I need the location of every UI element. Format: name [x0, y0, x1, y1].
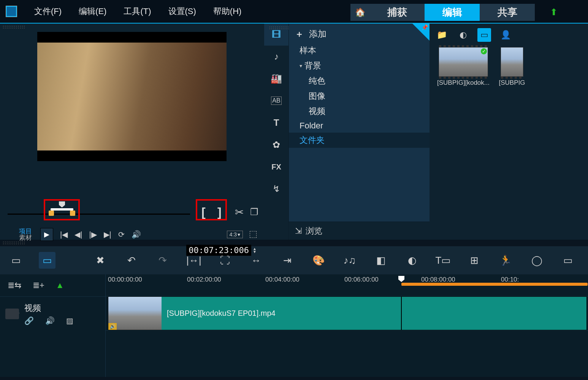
view-thumb-button[interactable]: ▭: [477, 28, 491, 42]
chapter-button[interactable]: ▭: [559, 252, 576, 269]
ripple-tool-button[interactable]: ⇥: [279, 252, 296, 269]
menu-file[interactable]: 文件(F): [34, 6, 62, 17]
tools-menu-button[interactable]: ✖: [92, 252, 109, 269]
audio-indicator-icon: 🔊: [108, 323, 117, 330]
lib-cat-fx[interactable]: FX: [264, 156, 288, 178]
grid-tool-button[interactable]: ⊞: [466, 252, 483, 269]
marker-tool-button[interactable]: ◧: [372, 252, 389, 269]
mode-edit[interactable]: 编辑: [425, 4, 480, 21]
audio-tool-button[interactable]: ♪♫: [341, 252, 358, 269]
motion-tool-button[interactable]: 🏃: [497, 252, 514, 269]
app-icon: [6, 6, 17, 17]
lib-cat-graphic[interactable]: ✿: [264, 134, 288, 156]
tree-video[interactable]: 视频: [289, 104, 430, 119]
thumbnail-label: [SUBPIG][kodok...: [435, 79, 492, 87]
redo-button[interactable]: ↷: [154, 252, 171, 269]
preview-video[interactable]: [37, 32, 227, 161]
lib-cat-transition[interactable]: 🏭: [264, 68, 288, 90]
thumbnail-label: [SUBPIG: [499, 79, 525, 87]
trim-range-handle[interactable]: [49, 201, 75, 216]
title-tool-button[interactable]: T▭: [435, 252, 452, 269]
thumbnail-item[interactable]: ✓ [SUBPIG][kodok...: [435, 47, 492, 87]
playhead[interactable]: [398, 276, 404, 282]
ruler-label: 00:04:00:00: [265, 276, 300, 283]
menu-edit[interactable]: 编辑(E): [79, 6, 106, 17]
browse-icon: ⇲: [295, 226, 302, 236]
ruler-label: 00:10:: [501, 276, 519, 283]
preview-mode-project[interactable]: 项目: [19, 228, 32, 235]
capture-button[interactable]: ◐: [456, 28, 470, 42]
track-visibility-button[interactable]: ▲: [56, 280, 64, 290]
ruler-label: 00:02:00:00: [187, 276, 221, 283]
tree-folder-en[interactable]: Folder: [289, 119, 430, 133]
lib-cat-audio[interactable]: ♪: [264, 46, 288, 68]
timeline-view-button[interactable]: ▭: [39, 252, 55, 269]
plus-icon: ＋: [295, 28, 304, 40]
mark-out-button[interactable]: ]: [217, 205, 222, 219]
track-options-button[interactable]: ≣⇆: [8, 280, 21, 290]
go-end-button[interactable]: ▶|: [104, 230, 111, 239]
menu-help[interactable]: 帮助(H): [213, 6, 242, 17]
lib-cat-title[interactable]: AB: [271, 97, 282, 105]
preview-mode-selector[interactable]: 项目 素材: [19, 228, 32, 241]
preview-scrubber[interactable]: [8, 214, 190, 215]
preview-mode-clip[interactable]: 素材: [19, 235, 32, 241]
tree-solid[interactable]: 纯色: [289, 73, 430, 89]
mode-capture[interactable]: 捕获: [369, 4, 425, 21]
undo-button[interactable]: ↶: [123, 252, 140, 269]
clip-label: [SUBPIG][kodokuS7 EP01].mp4: [167, 309, 276, 318]
crop-marquee-button[interactable]: [250, 231, 257, 238]
fx-disable-icon[interactable]: ▨: [66, 316, 73, 325]
storyboard-view-button[interactable]: ▭: [8, 252, 24, 269]
lib-cat-path[interactable]: ↯: [264, 178, 288, 200]
go-start-button[interactable]: |◀: [60, 230, 68, 239]
duplicate-button[interactable]: ❐: [250, 207, 258, 217]
color-tool-button[interactable]: 🎨: [310, 252, 327, 269]
tree-image[interactable]: 图像: [289, 89, 430, 104]
import-folder-button[interactable]: 📁: [435, 28, 449, 42]
mark-in-button[interactable]: [: [201, 205, 206, 219]
split-clip-button[interactable]: ✂: [235, 206, 244, 218]
timeline-clip[interactable]: 🔊 [SUBPIG][kodokuS7 EP01].mp4: [108, 296, 587, 330]
mask-tool-button[interactable]: ◐: [404, 252, 420, 269]
highlight-mark-brackets: [196, 199, 227, 220]
volume-button[interactable]: 🔊: [132, 230, 141, 239]
mute-icon[interactable]: 🔊: [45, 316, 55, 325]
track-motion-button[interactable]: ◯: [528, 252, 545, 269]
aspect-ratio-button[interactable]: 4:3▾: [227, 231, 243, 238]
camera-icon: [5, 309, 19, 319]
step-back-button[interactable]: ◀|: [74, 230, 82, 239]
mode-share[interactable]: 共享: [480, 4, 535, 21]
timecode-display[interactable]: 00:07:23:006: [186, 245, 251, 256]
ruler-label: 00:08:00:00: [421, 276, 455, 283]
panel-grip[interactable]: [269, 26, 292, 30]
mode-home[interactable]: 🏠: [350, 4, 369, 21]
video-track[interactable]: 🔊 [SUBPIG][kodokuS7 EP01].mp4: [106, 296, 588, 331]
menu-tools[interactable]: 工具(T): [124, 6, 151, 17]
library-browse-button[interactable]: ⇲ 浏览: [289, 222, 430, 240]
video-track-header[interactable]: 视频 🔗 🔊 ▨: [0, 296, 105, 331]
lib-cat-text[interactable]: T: [264, 112, 288, 134]
timecode-spinner[interactable]: ▲▼: [253, 247, 257, 253]
tree-folder-cn[interactable]: 文件夹: [289, 133, 430, 148]
preview-video-content: [37, 43, 227, 150]
panel-grip[interactable]: [2, 25, 25, 30]
tree-sample[interactable]: 样本: [289, 43, 430, 58]
tree-background[interactable]: ▾ 背景: [289, 58, 430, 73]
link-icon[interactable]: 🔗: [24, 316, 34, 325]
step-fwd-button[interactable]: |▶: [89, 230, 97, 239]
add-track-button[interactable]: ≣+: [33, 280, 44, 290]
library-add-button[interactable]: ＋ 添加: [289, 25, 430, 43]
upload-icon[interactable]: ⬆: [550, 7, 558, 17]
menu-settings[interactable]: 设置(S): [168, 6, 196, 17]
play-button[interactable]: ▶: [40, 228, 53, 241]
timeline-toolbar: ▭ ▭ ✖ ↶ ↷ |↔| ⛶ ↔ ⇥ 🎨 ♪♫ ◧ ◐ T▭ ⊞ 🏃 ◯ ▭: [0, 246, 588, 274]
thumbnail-item[interactable]: [SUBPIG: [499, 47, 525, 87]
timeline: ≣⇆ ≣+ ▲ 视频 🔗 🔊 ▨ 00:00:00:00 00:02:00:00…: [0, 274, 588, 377]
loop-button[interactable]: ⟳: [118, 230, 125, 239]
ruler-label: 00:06:00:00: [344, 276, 379, 283]
trim-range-bar[interactable]: [401, 283, 588, 286]
view-detail-button[interactable]: 👤: [499, 28, 512, 42]
timeline-ruler[interactable]: 00:00:00:00 00:02:00:00 00:04:00:00 00:0…: [106, 274, 588, 296]
library-panel: 🎞 ♪ 🏭 AB T ✿ FX ↯ ＋ 添加 样本 ▾ 背景 纯色 图像 视频 …: [264, 24, 588, 240]
